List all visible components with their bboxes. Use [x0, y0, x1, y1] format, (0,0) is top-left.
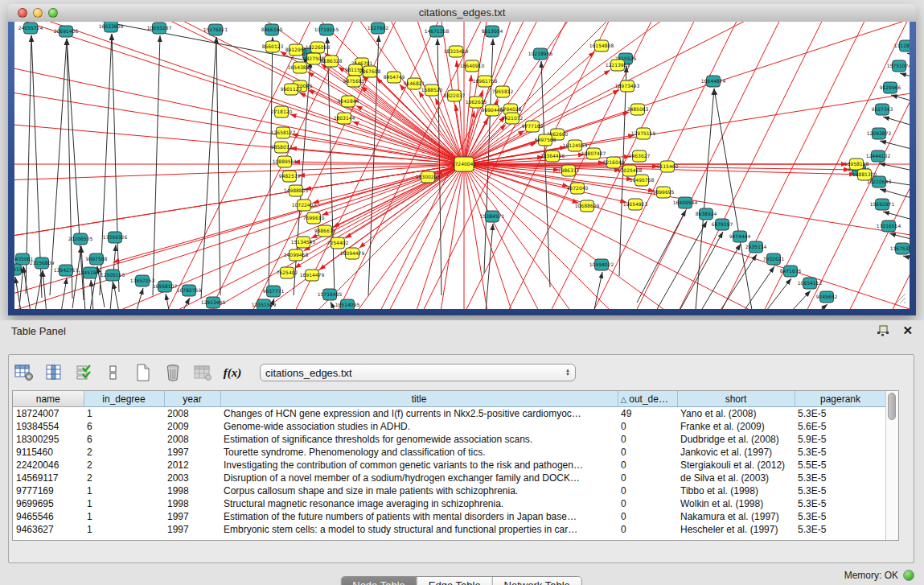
column-header-in-degree[interactable]: in_degree [84, 391, 164, 407]
graph-node-label: 12351549 [252, 302, 277, 307]
graph-node-label: 16543882 [288, 64, 313, 70]
graph-node-label: 9129966 [880, 84, 901, 90]
graph-node-label: 9875685 [343, 78, 365, 84]
delete-table-icon[interactable] [162, 362, 183, 383]
graph-node-label: 18640910 [460, 63, 485, 68]
network-frame: 2405572420691406160338091065528715276021… [8, 22, 916, 315]
tab-network-table[interactable]: Network Table [492, 577, 581, 585]
graph-node-label: 15134545 [291, 239, 316, 245]
select-column-icon[interactable] [43, 362, 64, 383]
graph-node-label: 20364436 [540, 153, 565, 159]
table-row[interactable]: 946554611997Estimation of the future num… [13, 510, 885, 523]
table-row[interactable]: 977716911998Corpus callosum shape and si… [13, 484, 885, 497]
column-header-out-degree[interactable]: △out_de… [618, 391, 677, 407]
graph-node-label: 12505115 [101, 272, 125, 278]
graph-node-label: 2718120 [271, 109, 293, 114]
graph-node-label: 8466160 [261, 27, 283, 32]
graph-node-label: 2935114 [745, 244, 767, 249]
graph-node-label: 10889551 [273, 159, 298, 164]
graph-node-label: 19218986 [528, 51, 553, 56]
float-panel-icon[interactable] [877, 325, 889, 336]
graph-node-label: 18325419 [444, 48, 469, 54]
table-row[interactable]: 1872400712008Changes of HCN gene express… [13, 407, 885, 421]
graph-node-label: 2803144 [334, 115, 355, 121]
window-titlebar[interactable]: citations_edges.txt [8, 4, 916, 23]
graph-node-label: 8938924 [696, 211, 717, 216]
graph-node-label: 1362615 [466, 99, 487, 105]
network-window: citations_edges.txt 24055724206914061603… [8, 4, 916, 315]
graph-node-label: 12923445 [201, 299, 226, 305]
column-header-year[interactable]: year [164, 391, 220, 407]
graph-node-label: 15276021 [203, 27, 228, 32]
graph-node-label: 2867608 [359, 68, 381, 74]
table-toolbar: f(x) citations_edges.txt ▲ ▼ [14, 358, 576, 387]
tab-edge-table[interactable]: Edge Table [417, 577, 492, 585]
table-row[interactable]: 2242004622012Investigating the contribut… [13, 459, 885, 472]
window-title: citations_edges.txt [8, 6, 916, 19]
import-table-disabled-icon [192, 362, 213, 383]
column-header-short[interactable]: short [677, 391, 795, 407]
graph-node-label: 16782759 [177, 287, 202, 293]
graph-node-label: 19654923 [623, 201, 648, 207]
table-panel-container: f(x) citations_edges.txt ▲ ▼ [8, 354, 914, 563]
table-row[interactable]: 969969511998Structural magnetic resonanc… [13, 497, 885, 510]
graph-node-label: 7955812 [492, 89, 514, 94]
table-row[interactable]: 1938455462009Genome-wide association stu… [13, 420, 885, 433]
graph-node-label: 8322037 [444, 93, 466, 98]
graph-node-label: 10722407 [292, 202, 317, 208]
graph-node-label: 11451941 [78, 270, 103, 275]
graph-node-label: 12658127 [271, 130, 296, 135]
table-settings-icon[interactable] [14, 362, 35, 383]
graph-node-label: 9899695 [653, 189, 675, 195]
graph-node-label: 16495758 [630, 177, 655, 183]
graph-node-label: 9657771 [263, 288, 285, 294]
graph-node-label: 6879197 [712, 221, 733, 227]
graph-node-label: 16033809 [99, 23, 124, 29]
graph-node-label: 12444132 [866, 153, 891, 159]
graph-node-label: 17957253 [130, 278, 155, 283]
network-canvas[interactable]: 2405572420691406160338091065528715276021… [14, 22, 910, 309]
graph-node-label: 10973493 [615, 83, 640, 89]
graph-node-label: 6794028 [500, 106, 522, 112]
column-header-pagerank[interactable]: pagerank [795, 391, 885, 407]
graph-node-label: 9482579 [279, 173, 301, 179]
network-canvas-svg[interactable]: 2405572420691406160338091065528715276021… [14, 22, 910, 309]
graph-node-label: 7699610 [303, 215, 325, 220]
create-new-table-icon[interactable] [133, 362, 154, 383]
graph-node-label: 17240042 [452, 161, 477, 167]
graph-node-label: 8454749 [384, 74, 405, 80]
column-header-title[interactable]: title [220, 391, 618, 407]
graph-node-label: 11675331 [890, 245, 910, 251]
table-header-row: name in_degree year title △out_de… short… [13, 391, 885, 407]
graph-node-label: 16409544 [673, 200, 698, 205]
graph-node-label: 7254402 [327, 240, 349, 245]
close-panel-icon[interactable]: ✕ [902, 325, 913, 336]
table-row[interactable]: 911546021997Tourette syndrome. Phenomeno… [13, 446, 885, 459]
graph-node-label: 10654112 [798, 280, 823, 286]
table-type-tabs: Node TableEdge TableNetwork Table [340, 576, 582, 585]
graph-node-label: 9242844 [338, 98, 359, 104]
graph-node-label: 10719155 [314, 27, 339, 32]
table-scrollbar-thumb[interactable] [888, 393, 896, 420]
table-panel: Table Panel ✕ [0, 320, 924, 585]
table-row[interactable]: 946362711997Embryonic stem cells: a mode… [13, 523, 885, 536]
graph-node-label: 8813054 [482, 28, 503, 34]
column-header-name[interactable]: name [13, 391, 84, 407]
table-select-dropdown[interactable]: citations_edges.txt ▲ ▼ [260, 364, 576, 381]
select-rows-icon[interactable] [73, 362, 94, 383]
tab-node-table[interactable]: Node Table [341, 577, 417, 585]
table-row[interactable]: 1830029562008Estimation of significance … [13, 433, 885, 446]
resize-grip-icon[interactable] [896, 294, 906, 303]
graph-node-label: 16961758 [473, 78, 498, 84]
table-row[interactable]: 1456911722003Disruption of a novel membe… [13, 472, 885, 484]
row-height-icon[interactable] [103, 362, 124, 383]
memory-status-icon[interactable] [903, 570, 914, 581]
graph-node-label: 11128774 [894, 43, 910, 48]
graph-node-label: 8216040 [603, 159, 625, 165]
graph-node-label: 7485063 [627, 106, 649, 112]
graph-node-label: 18226058 [306, 44, 331, 50]
table-scrollbar[interactable] [885, 391, 898, 540]
graph-node-label: 1588520 [421, 87, 443, 93]
graph-node-label: 15716485 [318, 291, 343, 297]
function-builder-icon[interactable]: f(x) [222, 362, 243, 383]
